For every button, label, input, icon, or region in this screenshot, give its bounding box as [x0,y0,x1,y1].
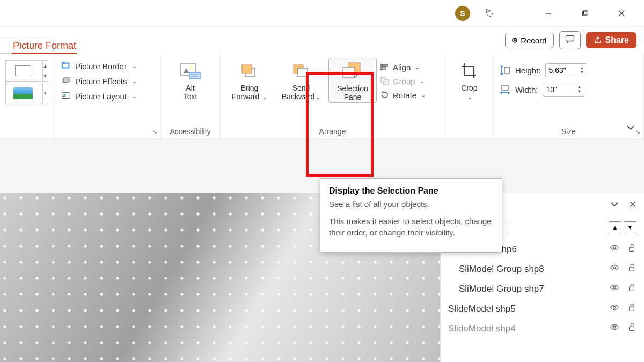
selection-item[interactable]: SliModel Group shp7 [448,282,636,296]
lock-toggle-icon[interactable] [627,243,636,255]
chevron-down-icon: ⌄ [262,94,267,100]
ribbon-tab-row: Picture Format Record Share [0,27,644,54]
picture-effects-icon [61,76,71,86]
account-badge[interactable]: S [455,6,470,21]
lock-toggle-icon[interactable] [627,302,636,315]
tab-picture-format[interactable]: Picture Format [12,36,77,54]
svg-point-44 [613,326,616,328]
lock-toggle-icon[interactable] [627,283,636,295]
selection-object-list: Model shp6SliModel Group shp8SliModel Gr… [448,242,636,336]
width-label: Width: [515,85,538,94]
record-button[interactable]: Record [505,33,553,48]
height-spinner[interactable]: ▲▼ [578,66,587,75]
send-backward-button[interactable]: SendBackward⌄ [277,58,325,102]
comments-button[interactable] [559,31,581,49]
align-menu[interactable]: Align⌄ [380,62,434,72]
svg-rect-27 [382,68,386,69]
chevron-down-icon: ⌄ [467,94,472,100]
width-spinner[interactable]: ▲▼ [575,85,584,94]
whats-new-icon[interactable] [483,8,495,19]
dialog-launcher-icon[interactable]: ↘ [152,128,157,136]
dialog-launcher-icon[interactable]: ↘ [635,128,640,136]
chevron-down-icon: ⌄ [132,78,137,85]
close-button[interactable] [610,3,633,24]
svg-rect-3 [583,12,587,16]
minimize-button[interactable] [537,3,560,24]
group-menu: Group⌄ [380,76,434,86]
send-backward-icon [291,61,311,82]
chevron-down-icon: ⌄ [132,63,137,70]
svg-rect-10 [64,78,70,82]
picture-border-menu[interactable]: Picture Border⌄ [59,60,150,72]
picture-style-thumb[interactable] [5,60,41,82]
width-icon [499,84,511,95]
height-icon [499,64,511,76]
visibility-toggle-icon[interactable] [610,322,619,335]
selection-pane-collapse-icon[interactable] [610,201,619,210]
svg-rect-39 [630,267,634,271]
record-label: Record [521,36,546,45]
svg-point-1 [492,13,493,14]
selection-item[interactable]: SliModel Group shp8 [448,262,636,276]
ribbon-collapse-icon[interactable] [626,124,635,134]
group-label-arrange: Arrange [220,127,445,136]
height-input[interactable]: ▲▼ [545,63,587,77]
picture-style-thumb[interactable] [5,83,41,104]
alt-text-button[interactable]: AltText [166,58,214,102]
rotate-icon [380,90,390,100]
tooltip-line2: This makes it easier to select objects, … [329,216,493,238]
picture-layout-menu[interactable]: Picture Layout⌄ [59,90,150,102]
tooltip-title: Display the Selection Pane [329,186,493,196]
crop-button[interactable]: Crop⌄ [451,58,488,102]
tooltip: Display the Selection Pane See a list of… [320,178,502,253]
visibility-toggle-icon[interactable] [610,263,619,275]
svg-rect-16 [189,72,200,79]
move-down-button[interactable]: ▼ [624,221,636,233]
svg-rect-20 [242,65,252,73]
svg-rect-22 [298,68,308,77]
selection-pane-close-icon[interactable] [629,201,636,210]
selection-item-label: SlideModel shp4 [448,323,516,334]
crop-icon [460,61,479,82]
alt-text-icon [179,61,202,82]
record-icon [512,38,517,43]
visibility-toggle-icon[interactable] [610,243,619,255]
share-label: Share [605,35,629,45]
svg-rect-4 [584,11,588,14]
svg-rect-33 [502,85,508,90]
selection-item[interactable]: SlideModel shp4 [448,321,636,336]
svg-rect-31 [504,67,509,73]
width-input[interactable]: ▲▼ [543,83,584,97]
svg-point-0 [490,16,491,17]
selection-pane-icon [341,62,364,82]
selection-item-label: SliModel Group shp7 [448,284,544,294]
height-label: Height: [515,66,541,75]
selection-item[interactable]: SlideModel shp5 [448,301,636,316]
svg-rect-45 [630,327,634,330]
maximize-button[interactable] [573,3,597,24]
align-icon [380,62,390,72]
svg-point-36 [613,247,616,249]
svg-point-42 [613,306,616,308]
lock-toggle-icon[interactable] [627,322,636,335]
selection-item-label: SliModel Group shp8 [448,264,544,275]
gallery-more[interactable]: ▾ [42,83,48,104]
svg-rect-7 [566,36,574,41]
chevron-down-icon: ⌄ [316,94,320,100]
lock-toggle-icon[interactable] [627,263,636,275]
chevron-down-icon: ⌄ [421,92,426,99]
visibility-toggle-icon[interactable] [610,302,619,315]
svg-rect-41 [630,287,634,291]
bring-forward-button[interactable]: BringForward ⌄ [225,58,274,102]
svg-rect-26 [382,64,387,66]
rotate-menu[interactable]: Rotate⌄ [380,90,434,100]
bring-forward-icon [240,61,259,82]
share-button[interactable]: Share [586,32,636,48]
share-icon [594,36,602,45]
visibility-toggle-icon[interactable] [610,283,619,295]
selection-pane-button[interactable]: SelectionPane [328,58,377,103]
svg-rect-37 [630,247,634,251]
gallery-scroll[interactable]: ▲▼ [42,60,48,82]
picture-effects-menu[interactable]: Picture Effects⌄ [59,75,150,87]
move-up-button[interactable]: ▲ [609,221,621,233]
